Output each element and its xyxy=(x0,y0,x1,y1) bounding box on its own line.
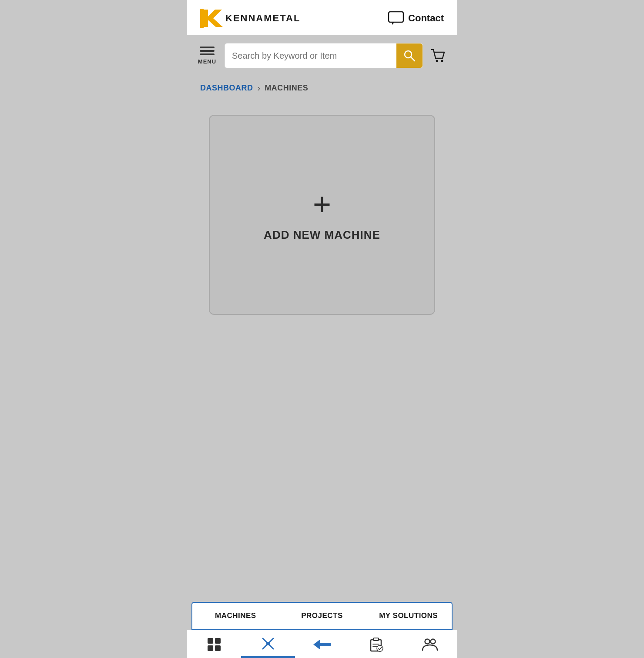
contact-icon xyxy=(388,11,404,25)
tab-my-solutions[interactable]: MY SOLUTIONS xyxy=(365,603,452,629)
add-machine-plus-icon: + xyxy=(313,188,331,220)
clipboard-icon xyxy=(369,637,383,652)
cart-icon xyxy=(429,46,448,65)
bottom-tabs-panel: MACHINES PROJECTS MY SOLUTIONS xyxy=(191,602,453,630)
cart-button[interactable] xyxy=(429,46,448,65)
add-machine-card[interactable]: + ADD NEW MACHINE xyxy=(209,115,435,315)
tab-projects[interactable]: PROJECTS xyxy=(279,603,366,629)
header-top: KENNAMETAL Contact xyxy=(187,0,457,35)
svg-rect-18 xyxy=(373,638,379,641)
tab-machines[interactable]: MACHINES xyxy=(192,603,279,629)
search-input-wrapper xyxy=(225,43,423,68)
svg-rect-10 xyxy=(208,645,213,651)
tools-nav-item[interactable] xyxy=(241,630,295,658)
search-bar: MENU xyxy=(187,35,457,76)
menu-label: MENU xyxy=(198,58,216,65)
logo-text: KENNAMETAL xyxy=(225,13,300,24)
home-nav-item[interactable] xyxy=(187,630,241,658)
menu-button[interactable]: MENU xyxy=(196,47,218,65)
grid-icon xyxy=(207,637,221,652)
logo-area: KENNAMETAL xyxy=(200,9,300,28)
svg-rect-1 xyxy=(200,9,204,28)
svg-rect-8 xyxy=(208,638,213,644)
hamburger-line-2 xyxy=(200,50,215,52)
svg-point-23 xyxy=(431,639,436,644)
main-content: + ADD NEW MACHINE xyxy=(187,97,457,602)
clipboard-nav-item[interactable] xyxy=(349,630,403,658)
breadcrumb-current: MACHINES xyxy=(265,84,308,93)
contact-label: Contact xyxy=(408,13,444,24)
svg-marker-0 xyxy=(202,10,223,27)
svg-point-7 xyxy=(441,60,443,62)
people-nav-item[interactable] xyxy=(403,630,457,658)
breadcrumb-chevron-icon: › xyxy=(258,83,261,93)
search-button[interactable] xyxy=(396,43,423,68)
svg-marker-16 xyxy=(313,639,331,650)
back-nav-item[interactable] xyxy=(295,630,349,658)
svg-point-15 xyxy=(266,642,270,645)
svg-marker-3 xyxy=(392,22,394,25)
phone-container: KENNAMETAL Contact MENU xyxy=(187,0,457,658)
kennametal-logo-icon xyxy=(200,9,223,28)
search-icon xyxy=(403,50,416,62)
arrow-left-icon xyxy=(312,637,332,652)
svg-point-21 xyxy=(377,645,383,651)
search-input[interactable] xyxy=(225,51,396,61)
add-machine-label: ADD NEW MACHINE xyxy=(264,228,380,242)
contact-button[interactable]: Contact xyxy=(388,11,444,25)
tools-icon xyxy=(261,636,275,651)
breadcrumb: DASHBOARD › MACHINES xyxy=(187,76,457,97)
people-icon xyxy=(422,637,438,652)
svg-point-22 xyxy=(425,639,430,644)
svg-rect-11 xyxy=(215,645,221,651)
bottom-nav xyxy=(187,630,457,658)
breadcrumb-dashboard-link[interactable]: DASHBOARD xyxy=(200,84,253,93)
hamburger-line-1 xyxy=(200,47,215,48)
svg-point-6 xyxy=(436,60,438,62)
svg-rect-2 xyxy=(389,12,403,22)
hamburger-line-3 xyxy=(200,53,215,55)
svg-rect-9 xyxy=(215,638,221,644)
svg-line-5 xyxy=(411,57,415,61)
